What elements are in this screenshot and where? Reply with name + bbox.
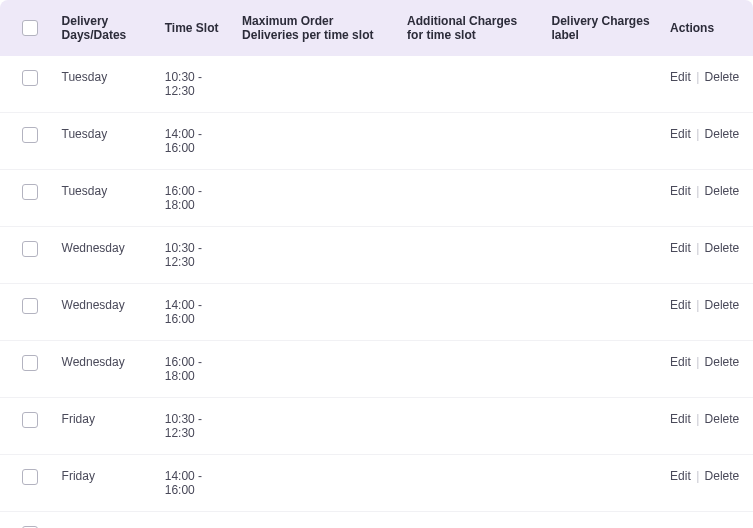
action-separator: | [693, 355, 703, 369]
row-checkbox[interactable] [22, 469, 38, 485]
table-row: Wednesday14:00 - 16:00Edit | Delete [0, 284, 753, 341]
delete-link[interactable]: Delete [705, 298, 740, 312]
cell-additional-charges [397, 512, 541, 529]
cell-max-orders [232, 512, 397, 529]
row-checkbox-cell [0, 170, 52, 227]
cell-charges-label [542, 227, 661, 284]
cell-delivery-day: Friday [52, 512, 155, 529]
edit-link[interactable]: Edit [670, 355, 691, 369]
cell-charges-label [542, 398, 661, 455]
row-checkbox[interactable] [22, 298, 38, 314]
cell-actions: Edit | Delete [660, 398, 753, 455]
cell-actions: Edit | Delete [660, 341, 753, 398]
cell-max-orders [232, 113, 397, 170]
header-time-slot: Time Slot [155, 0, 232, 56]
cell-additional-charges [397, 113, 541, 170]
cell-max-orders [232, 284, 397, 341]
action-separator: | [693, 298, 703, 312]
cell-max-orders [232, 227, 397, 284]
cell-additional-charges [397, 341, 541, 398]
edit-link[interactable]: Edit [670, 70, 691, 84]
cell-charges-label [542, 284, 661, 341]
cell-actions: Edit | Delete [660, 227, 753, 284]
edit-link[interactable]: Edit [670, 298, 691, 312]
table-header: Delivery Days/Dates Time Slot Maximum Or… [0, 0, 753, 56]
cell-delivery-day: Friday [52, 455, 155, 512]
header-delivery-days: Delivery Days/Dates [52, 0, 155, 56]
cell-time-slot: 10:30 - 12:30 [155, 56, 232, 113]
cell-delivery-day: Friday [52, 398, 155, 455]
cell-time-slot: 14:00 - 16:00 [155, 284, 232, 341]
table-row: Friday14:00 - 16:00Edit | Delete [0, 455, 753, 512]
table-row: Tuesday16:00 - 18:00Edit | Delete [0, 170, 753, 227]
edit-link[interactable]: Edit [670, 184, 691, 198]
cell-max-orders [232, 398, 397, 455]
cell-charges-label [542, 113, 661, 170]
cell-time-slot: 14:00 - 16:00 [155, 113, 232, 170]
row-checkbox-cell [0, 512, 52, 529]
action-separator: | [693, 127, 703, 141]
cell-charges-label [542, 170, 661, 227]
cell-max-orders [232, 341, 397, 398]
row-checkbox[interactable] [22, 127, 38, 143]
delete-link[interactable]: Delete [705, 412, 740, 426]
cell-charges-label [542, 56, 661, 113]
delete-link[interactable]: Delete [705, 241, 740, 255]
header-actions: Actions [660, 0, 753, 56]
cell-delivery-day: Wednesday [52, 284, 155, 341]
row-checkbox-cell [0, 398, 52, 455]
cell-actions: Edit | Delete [660, 113, 753, 170]
cell-max-orders [232, 56, 397, 113]
delete-link[interactable]: Delete [705, 469, 740, 483]
header-charges-label: Delivery Charges label [542, 0, 661, 56]
delete-link[interactable]: Delete [705, 355, 740, 369]
edit-link[interactable]: Edit [670, 127, 691, 141]
row-checkbox-cell [0, 341, 52, 398]
table-row: Friday16:00 - 18:00Edit | Delete [0, 512, 753, 529]
cell-time-slot: 14:00 - 16:00 [155, 455, 232, 512]
cell-actions: Edit | Delete [660, 56, 753, 113]
header-checkbox-cell [0, 0, 52, 56]
cell-actions: Edit | Delete [660, 512, 753, 529]
table-row: Tuesday10:30 - 12:30Edit | Delete [0, 56, 753, 113]
action-separator: | [693, 412, 703, 426]
table-row: Wednesday10:30 - 12:30Edit | Delete [0, 227, 753, 284]
delete-link[interactable]: Delete [705, 127, 740, 141]
cell-actions: Edit | Delete [660, 455, 753, 512]
header-additional-charges: Additional Charges for time slot [397, 0, 541, 56]
cell-additional-charges [397, 170, 541, 227]
cell-actions: Edit | Delete [660, 170, 753, 227]
delivery-slots-table-wrapper: Delivery Days/Dates Time Slot Maximum Or… [0, 0, 753, 528]
cell-additional-charges [397, 284, 541, 341]
cell-time-slot: 16:00 - 18:00 [155, 341, 232, 398]
cell-time-slot: 10:30 - 12:30 [155, 227, 232, 284]
delete-link[interactable]: Delete [705, 184, 740, 198]
action-separator: | [693, 184, 703, 198]
row-checkbox[interactable] [22, 184, 38, 200]
cell-charges-label [542, 455, 661, 512]
action-separator: | [693, 70, 703, 84]
row-checkbox[interactable] [22, 241, 38, 257]
table-row: Tuesday14:00 - 16:00Edit | Delete [0, 113, 753, 170]
row-checkbox-cell [0, 284, 52, 341]
row-checkbox[interactable] [22, 70, 38, 86]
delete-link[interactable]: Delete [705, 70, 740, 84]
select-all-checkbox[interactable] [22, 20, 38, 36]
edit-link[interactable]: Edit [670, 241, 691, 255]
cell-max-orders [232, 455, 397, 512]
action-separator: | [693, 469, 703, 483]
row-checkbox-cell [0, 455, 52, 512]
cell-time-slot: 16:00 - 18:00 [155, 512, 232, 529]
edit-link[interactable]: Edit [670, 469, 691, 483]
cell-additional-charges [397, 56, 541, 113]
header-max-orders: Maximum Order Deliveries per time slot [232, 0, 397, 56]
row-checkbox[interactable] [22, 412, 38, 428]
row-checkbox-cell [0, 56, 52, 113]
table-body: Tuesday10:30 - 12:30Edit | DeleteTuesday… [0, 56, 753, 528]
cell-delivery-day: Tuesday [52, 170, 155, 227]
cell-delivery-day: Wednesday [52, 341, 155, 398]
row-checkbox[interactable] [22, 355, 38, 371]
edit-link[interactable]: Edit [670, 412, 691, 426]
cell-additional-charges [397, 398, 541, 455]
table-row: Wednesday16:00 - 18:00Edit | Delete [0, 341, 753, 398]
